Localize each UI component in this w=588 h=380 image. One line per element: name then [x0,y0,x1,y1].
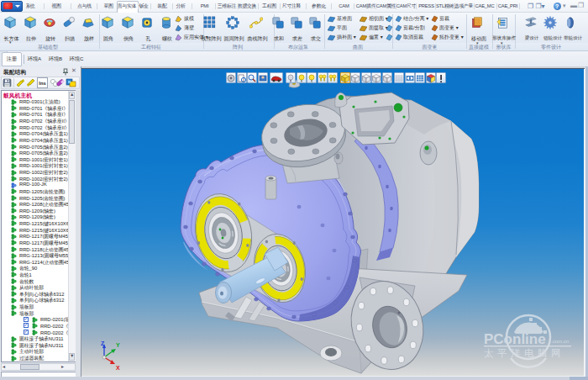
svg-text:太平洋电脑网: 太平洋电脑网 [484,348,564,358]
svg-text:X: X [116,365,120,371]
svg-text:Y: Y [116,342,120,348]
svg-text:.com.cn: .com.cn [551,339,569,344]
svg-text:PConline: PConline [484,331,546,347]
svg-text:Z: Z [101,340,105,346]
